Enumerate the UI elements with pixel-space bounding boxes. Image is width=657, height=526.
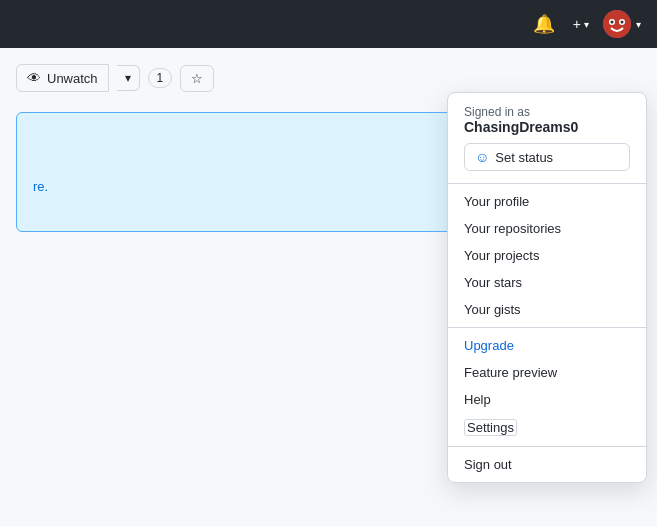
settings-label: Settings [467,420,514,435]
svg-point-3 [611,21,614,24]
sign-out-label: Sign out [464,457,512,472]
svg-point-4 [621,21,624,24]
set-status-label: Set status [495,150,553,165]
your-projects-label: Your projects [464,248,539,263]
smiley-icon: ☺ [475,149,489,165]
user-chevron-icon: ▾ [636,19,641,30]
user-dropdown-menu: Signed in as ChasingDreams0 ☺ Set status… [447,92,647,483]
profile-menu-section: Your profile Your repositories Your proj… [448,184,646,328]
eye-icon: 👁 [27,70,41,86]
feature-preview-item[interactable]: Feature preview [448,359,646,386]
star-button[interactable]: ☆ [180,65,214,92]
main-content: 👁 Unwatch ▾ 1 ☆ ⧉ re. ⧉ Signed in as [0,48,657,526]
plus-icon: + [573,16,581,32]
unwatch-chevron-icon: ▾ [125,71,131,85]
your-stars-item[interactable]: Your stars [448,269,646,296]
your-gists-item[interactable]: Your gists [448,296,646,323]
help-label: Help [464,392,491,407]
your-profile-item[interactable]: Your profile [448,188,646,215]
navbar: 🔔 + ▾ ▾ [0,0,657,48]
watch-count-badge: 1 [148,68,173,88]
upgrade-item[interactable]: Upgrade [448,332,646,359]
feature-preview-label: Feature preview [464,365,557,380]
create-chevron-icon: ▾ [584,19,589,30]
your-repositories-label: Your repositories [464,221,561,236]
unwatch-button[interactable]: 👁 Unwatch [16,64,109,92]
settings-item[interactable]: Settings [448,413,646,442]
help-item[interactable]: Help [448,386,646,413]
your-repositories-item[interactable]: Your repositories [448,215,646,242]
upgrade-label: Upgrade [464,338,514,353]
dropdown-header: Signed in as ChasingDreams0 ☺ Set status [448,93,646,184]
create-new-button[interactable]: + ▾ [567,12,595,36]
dropdown-username: ChasingDreams0 [464,119,630,135]
your-profile-label: Your profile [464,194,529,209]
svg-point-0 [603,10,631,38]
user-menu-trigger[interactable]: ▾ [603,10,641,38]
avatar [603,10,631,38]
your-projects-item[interactable]: Your projects [448,242,646,269]
unwatch-dropdown-button[interactable]: ▾ [117,65,140,91]
unwatch-label: Unwatch [47,71,98,86]
signout-menu-section: Sign out [448,447,646,482]
your-gists-label: Your gists [464,302,521,317]
sign-out-item[interactable]: Sign out [448,451,646,478]
action-bar: 👁 Unwatch ▾ 1 ☆ [16,64,641,92]
settings-box: Settings [464,419,517,436]
your-stars-label: Your stars [464,275,522,290]
signed-in-text: Signed in as [464,105,630,119]
notifications-icon[interactable]: 🔔 [529,9,559,39]
set-status-button[interactable]: ☺ Set status [464,143,630,171]
upgrade-menu-section: Upgrade Feature preview Help Settings [448,328,646,447]
star-icon: ☆ [191,71,203,86]
